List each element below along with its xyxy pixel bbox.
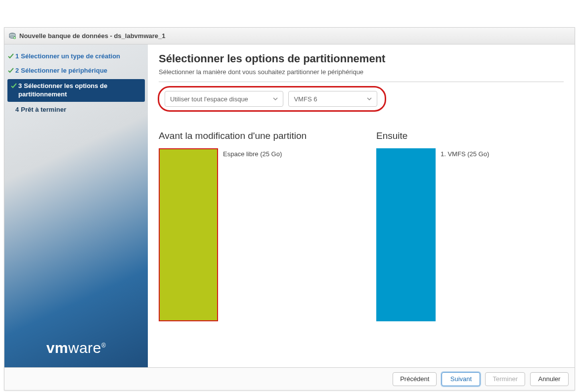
partition-scheme-select[interactable]: Utiliser tout l'espace disque: [165, 91, 283, 107]
after-title: Ensuite: [376, 131, 559, 141]
select-value: VMFS 6: [294, 95, 317, 103]
dropdown-row: Utiliser tout l'espace disque VMFS 6: [159, 87, 383, 111]
before-title: Avant la modification d'une partition: [159, 131, 342, 141]
step-4[interactable]: 4Prêt à terminer: [4, 103, 148, 117]
finish-button: Terminer: [485, 372, 525, 386]
vmware-logo: vmware®: [4, 340, 148, 356]
chevron-down-icon: [367, 95, 372, 103]
wizard-window: Nouvelle banque de données - ds_labvmwar…: [4, 27, 575, 391]
step-label: Sélectionner les options de partitionnem…: [18, 82, 107, 98]
step-label: Prêt à terminer: [21, 106, 66, 113]
next-button[interactable]: Suivant: [442, 372, 480, 386]
filesystem-version-select[interactable]: VMFS 6: [288, 91, 377, 107]
select-value: Utiliser tout l'espace disque: [170, 95, 248, 103]
wizard-body: 1Sélectionner un type de création 2Sélec…: [4, 44, 575, 367]
step-2[interactable]: 2Sélectionner le périphérique: [4, 64, 148, 78]
before-column: Avant la modification d'une partition Es…: [159, 131, 342, 321]
checkmark-icon: [9, 82, 18, 89]
after-column: Ensuite 1. VMFS (25 Go): [376, 131, 559, 321]
step-3[interactable]: 3Sélectionner les options de partitionne…: [7, 79, 145, 102]
vmfs-label: 1. VMFS (25 Go): [441, 148, 489, 158]
checkmark-icon: [6, 67, 15, 74]
free-space-block: [159, 148, 218, 321]
page-subtitle: Sélectionner la manière dont vous souhai…: [159, 68, 564, 82]
step-label: Sélectionner un type de création: [21, 52, 120, 60]
cancel-button[interactable]: Annuler: [530, 372, 569, 386]
wizard-content: Sélectionner les options de partitionnem…: [148, 44, 575, 367]
free-space-label: Espace libre (25 Go): [223, 148, 282, 158]
partition-preview: Avant la modification d'une partition Es…: [159, 131, 564, 321]
vmfs-block: [376, 148, 436, 321]
wizard-steps-sidebar: 1Sélectionner un type de création 2Sélec…: [4, 44, 148, 367]
chevron-down-icon: [273, 95, 278, 103]
step-label: Sélectionner le périphérique: [21, 67, 107, 74]
datastore-icon: [8, 32, 16, 40]
window-title: Nouvelle banque de données - ds_labvmwar…: [19, 32, 165, 40]
titlebar: Nouvelle banque de données - ds_labvmwar…: [4, 28, 575, 44]
page-title: Sélectionner les options de partitionnem…: [159, 52, 564, 65]
checkmark-icon: [6, 52, 15, 59]
step-1[interactable]: 1Sélectionner un type de création: [4, 49, 148, 64]
back-button[interactable]: Précédent: [393, 372, 437, 386]
wizard-footer: Précédent Suivant Terminer Annuler: [4, 367, 575, 390]
